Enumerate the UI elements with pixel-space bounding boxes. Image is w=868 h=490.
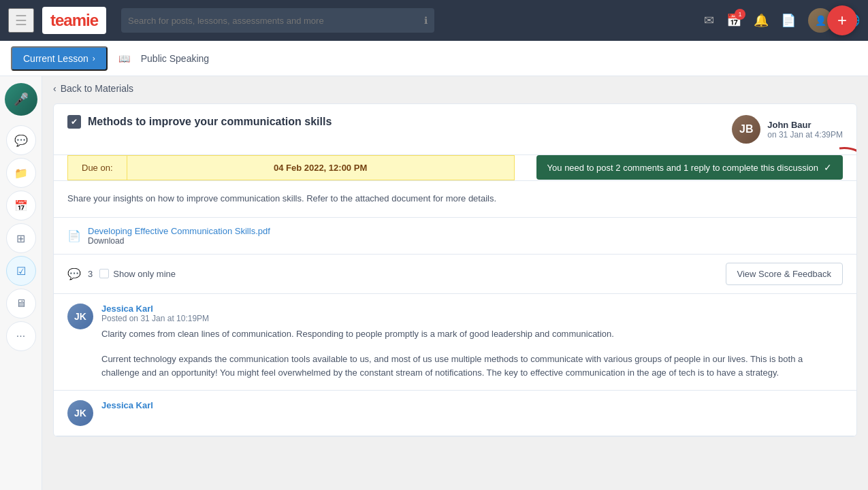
download-link[interactable]: Download	[88, 236, 270, 246]
notification-badge: 1	[735, 9, 745, 20]
instructor-name: John Baur	[767, 120, 843, 130]
sidebar-user-avatar[interactable]: 🎤	[5, 83, 37, 116]
attachment-filename[interactable]: Developing Effective Communication Skill…	[88, 226, 270, 236]
discussion-title: Methods to improve your communication sk…	[88, 116, 332, 128]
discussion-checkbox-icon: ✔	[67, 115, 81, 129]
grid-icon: ⊞	[16, 232, 25, 245]
pdf-icon: 📄	[67, 229, 81, 242]
sidebar-item-folder[interactable]: 📁	[6, 158, 36, 188]
discussion-title-row: ✔ Methods to improve your communication …	[67, 115, 332, 129]
current-lesson-label: Current Lesson	[23, 53, 89, 64]
due-date-row: Due on: 04 Feb 2022, 12:00 PM You need t…	[54, 155, 856, 181]
book-icon: 📖	[118, 53, 130, 64]
chevron-left-icon: ‹	[53, 83, 57, 94]
main-layout: 🎤 💬 📁 📅 ⊞ ☑ 🖥 ··· ‹ Back to Materials	[0, 76, 868, 490]
instructor-avatar: JB	[732, 115, 760, 144]
discussion-body: Share your insights on how to improve co…	[54, 181, 856, 218]
commenter-figure-2: JK	[67, 400, 93, 426]
fab-add-button[interactable]: +	[827, 5, 857, 35]
calendar-nav-icon[interactable]: 📅 1	[726, 13, 741, 28]
comment-content-2: Jessica Karl	[101, 400, 843, 426]
show-only-mine-label: Show only mine	[113, 269, 176, 279]
commenter-name[interactable]: Jessica Karl	[101, 304, 843, 314]
view-score-feedback-button[interactable]: View Score & Feedback	[726, 263, 843, 285]
content-area: ‹ Back to Materials ✔ Methods to improve…	[42, 76, 868, 490]
completion-badge: You need to post 2 comments and 1 reply …	[536, 155, 843, 180]
search-bar[interactable]: ℹ	[121, 8, 434, 33]
instructor-info: JB John Baur on 31 Jan at 4:39PM	[732, 115, 843, 144]
instructor-details: John Baur on 31 Jan at 4:39PM	[767, 120, 843, 140]
search-input[interactable]	[128, 16, 424, 26]
folder-icon: 📁	[14, 167, 28, 180]
show-only-mine-checkbox[interactable]	[99, 269, 109, 278]
attachment-info: Developing Effective Communication Skill…	[88, 226, 270, 246]
plus-icon: +	[837, 11, 847, 30]
due-date-label: Due on:	[67, 155, 127, 180]
comment-text-2: Current technology expands the communica…	[101, 353, 843, 381]
sidebar-item-grid[interactable]: ⊞	[6, 223, 36, 253]
left-sidebar: 🎤 💬 📁 📅 ⊞ ☑ 🖥 ···	[0, 76, 42, 490]
chevron-right-icon: ›	[93, 54, 95, 63]
instructor-date: on 31 Jan at 4:39PM	[767, 130, 843, 140]
tasks-icon: ☑	[16, 265, 26, 278]
bell-icon[interactable]: 🔔	[754, 13, 769, 28]
comment-item: JK Jessica Karl Posted on 31 Jan at 10:1…	[54, 294, 856, 391]
attachment-section: 📄 Developing Effective Communication Ski…	[54, 218, 856, 255]
course-link[interactable]: Public Speaking	[141, 53, 209, 64]
discussion-description: Share your insights on how to improve co…	[67, 192, 843, 206]
logo: teamie	[42, 7, 106, 34]
menu-icon: ☰	[15, 13, 27, 28]
sidebar-item-more[interactable]: ···	[6, 321, 36, 351]
sidebar-item-screen[interactable]: 🖥	[6, 289, 36, 318]
comment-content: Jessica Karl Posted on 31 Jan at 10:19PM…	[101, 304, 843, 380]
commenter-avatar: JK	[67, 304, 93, 329]
discussion-card: ✔ Methods to improve your communication …	[53, 103, 857, 437]
comment-item: JK Jessica Karl	[54, 391, 856, 436]
mail-icon[interactable]: ✉	[704, 13, 714, 28]
completion-text: You need to post 2 comments and 1 reply …	[547, 163, 818, 173]
hamburger-button[interactable]: ☰	[8, 8, 34, 33]
show-only-mine-toggle[interactable]: Show only mine	[99, 269, 176, 279]
logo-text: teamie	[50, 11, 98, 30]
discussion-header: ✔ Methods to improve your communication …	[54, 104, 856, 155]
completion-badge-wrapper: You need to post 2 comments and 1 reply …	[526, 155, 843, 180]
commenter-avatar-2: JK	[67, 400, 93, 426]
sidebar-item-tasks[interactable]: ☑	[6, 256, 36, 286]
sidebar-item-chat[interactable]: 💬	[6, 125, 36, 155]
comment-count: 3	[88, 269, 93, 279]
commenter-name-2[interactable]: Jessica Karl	[101, 400, 843, 410]
instructor-figure: JB	[732, 115, 760, 144]
sidebar-item-calendar[interactable]: 📅	[6, 191, 36, 220]
comment-icon: 💬	[67, 267, 81, 280]
commenter-figure: JK	[67, 304, 93, 329]
comments-bar: 💬 3 Show only mine View Score & Feedback	[54, 255, 856, 294]
due-date-value: 04 Feb 2022, 12:00 PM	[127, 155, 515, 180]
document-icon[interactable]: 📄	[781, 13, 796, 28]
calendar-icon: 📅	[14, 199, 28, 212]
check-icon: ✓	[824, 162, 832, 173]
sidebar-user-figure: 🎤	[5, 83, 37, 116]
more-icon: ···	[16, 330, 25, 342]
current-lesson-button[interactable]: Current Lesson ›	[11, 46, 108, 71]
info-icon: ℹ	[424, 15, 428, 26]
comment-text-1: Clarity comes from clean lines of commun…	[101, 327, 843, 342]
comment-date: Posted on 31 Jan at 10:19PM	[101, 314, 843, 323]
sub-navigation: Current Lesson › 📖 Public Speaking	[0, 41, 868, 76]
chat-icon: 💬	[14, 134, 28, 147]
back-link-label: Back to Materials	[61, 83, 133, 94]
course-name: Public Speaking	[141, 53, 209, 64]
view-score-label: View Score & Feedback	[737, 269, 832, 279]
top-navigation: ☰ teamie ℹ ✉ 📅 1 🔔 📄 👤 🌐 +	[0, 0, 868, 41]
back-to-materials-link[interactable]: ‹ Back to Materials	[53, 83, 857, 94]
screen-icon: 🖥	[16, 297, 27, 310]
